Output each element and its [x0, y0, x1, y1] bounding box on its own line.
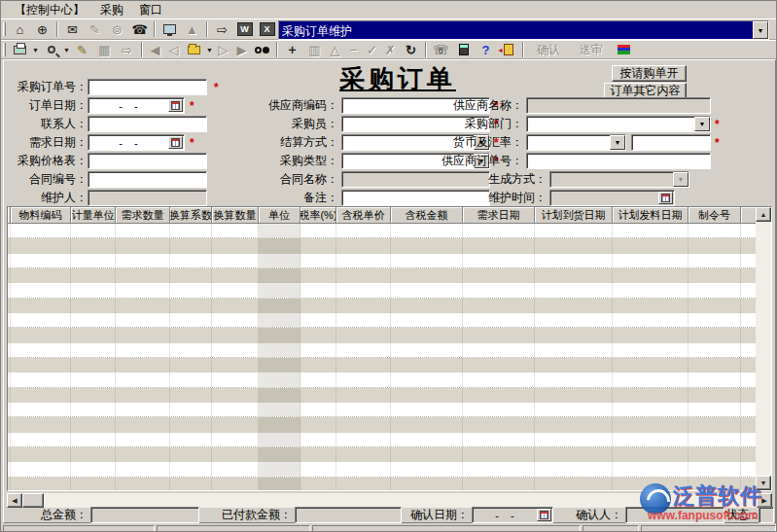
grid-cell[interactable]: [259, 283, 300, 297]
table-icon[interactable]: ▦: [93, 41, 116, 58]
grid-cell[interactable]: [391, 254, 463, 267]
grid-cell[interactable]: [613, 358, 689, 372]
grid-cell[interactable]: [11, 299, 71, 313]
grid-cell[interactable]: [170, 268, 212, 283]
grid-cell[interactable]: [300, 254, 336, 267]
grid-cell[interactable]: [71, 343, 116, 357]
add-icon[interactable]: ＋: [281, 41, 303, 58]
grid-cell[interactable]: [11, 328, 71, 342]
grid-cell[interactable]: [212, 433, 259, 446]
grid-cell[interactable]: [11, 343, 71, 357]
grid-cell[interactable]: [535, 388, 613, 403]
grid-cell[interactable]: [212, 313, 259, 327]
grid-cell[interactable]: [391, 343, 463, 357]
grid-cell[interactable]: [300, 358, 336, 372]
grid-cell[interactable]: [11, 462, 71, 476]
grid-cell[interactable]: [300, 299, 336, 313]
grid-cell[interactable]: [170, 478, 212, 491]
grid-cell[interactable]: [212, 358, 259, 372]
chevron-down-icon[interactable]: ▼: [753, 21, 768, 39]
grid-cell[interactable]: [336, 403, 391, 416]
confirm-button[interactable]: 确认: [527, 41, 570, 59]
grid-cell[interactable]: [336, 372, 391, 386]
send-review-button[interactable]: 送审: [570, 41, 613, 59]
calculator-icon[interactable]: [452, 41, 475, 58]
grid-cell[interactable]: [391, 268, 463, 283]
grid-cell[interactable]: [212, 283, 259, 297]
grid-cell[interactable]: [336, 283, 391, 297]
grid-cell[interactable]: [71, 254, 116, 267]
grid-cell[interactable]: [71, 417, 116, 432]
mail-icon[interactable]: ✉: [61, 20, 84, 38]
phone-icon[interactable]: ☎: [128, 20, 151, 38]
grid-cell[interactable]: [71, 358, 116, 372]
horizontal-scrollbar[interactable]: ◀ ▶: [7, 493, 772, 508]
grid-cell[interactable]: [300, 372, 336, 386]
grid-cell[interactable]: [689, 299, 741, 313]
grid-cell[interactable]: [613, 372, 689, 386]
grid-row[interactable]: [8, 478, 771, 491]
need-date-input[interactable]: - -: [88, 134, 185, 151]
grid-row[interactable]: [8, 238, 771, 253]
grid-cell[interactable]: [212, 254, 259, 267]
grid-cell[interactable]: [170, 224, 212, 237]
scrollbar-thumb[interactable]: [22, 493, 44, 508]
grid-cell[interactable]: [689, 283, 741, 297]
scroll-right-icon[interactable]: ▶: [757, 493, 772, 508]
grid-cell[interactable]: [170, 447, 212, 462]
computer-icon[interactable]: [159, 20, 181, 38]
copy-icon[interactable]: ▥: [303, 41, 326, 58]
grid-cell[interactable]: [613, 283, 689, 297]
toolbar-grip[interactable]: [3, 43, 6, 56]
grid-cell[interactable]: [71, 403, 116, 416]
grid-cell[interactable]: [259, 372, 300, 386]
grid-cell[interactable]: [391, 372, 463, 386]
chart-icon[interactable]: ▲: [181, 20, 203, 38]
grid-cell[interactable]: [391, 447, 463, 462]
grid-cell[interactable]: [463, 313, 535, 327]
grid-cell[interactable]: [259, 433, 300, 446]
grid-cell[interactable]: [116, 478, 170, 491]
excel-icon[interactable]: X: [256, 20, 278, 38]
grid-cell[interactable]: [116, 372, 170, 386]
grid-cell[interactable]: [535, 328, 613, 342]
grid-cell[interactable]: [613, 447, 689, 462]
grid-cell[interactable]: [11, 447, 71, 462]
console-icon[interactable]: ⌂: [9, 20, 31, 38]
grid-cell[interactable]: [391, 417, 463, 432]
grid-cell[interactable]: [259, 343, 300, 357]
sign-icon[interactable]: ✎: [84, 20, 106, 38]
grid-cell[interactable]: [463, 224, 535, 237]
grid-cell[interactable]: [535, 313, 613, 327]
next-icon[interactable]: ▷: [214, 41, 232, 58]
grid-cell[interactable]: [689, 372, 741, 386]
view-search-icon[interactable]: ⊕: [31, 20, 53, 38]
grid-cell[interactable]: [391, 299, 463, 313]
scroll-up-icon[interactable]: ▲: [756, 207, 771, 222]
grid-cell[interactable]: [71, 283, 116, 297]
ok-icon[interactable]: ✓: [363, 41, 381, 58]
grid-cell[interactable]: [613, 224, 689, 237]
grid-cell[interactable]: [613, 328, 689, 342]
grid-cell[interactable]: [11, 358, 71, 372]
supplier-po-input[interactable]: [526, 153, 711, 169]
scroll-down-icon[interactable]: ▼: [756, 476, 771, 490]
grid-cell[interactable]: [116, 313, 170, 327]
chevron-down-icon[interactable]: ▼: [694, 117, 710, 131]
grid-cell[interactable]: [212, 462, 259, 476]
chevron-down-icon[interactable]: ▼: [610, 135, 625, 150]
grid-cell[interactable]: [116, 433, 170, 446]
grid-cell[interactable]: [613, 417, 689, 432]
grid-cell[interactable]: [259, 224, 300, 237]
grid-cell[interactable]: [689, 462, 741, 476]
grid-cell[interactable]: [689, 328, 741, 342]
grid-cell[interactable]: [212, 238, 259, 253]
grid-row[interactable]: [8, 299, 771, 313]
grid-cell[interactable]: [300, 328, 336, 342]
grid-cell[interactable]: [170, 403, 212, 416]
grid-cell[interactable]: [71, 462, 116, 476]
grid-cell[interactable]: [336, 358, 391, 372]
by-requisition-button[interactable]: 按请购单开: [612, 65, 687, 82]
currency-select[interactable]: ▼: [526, 134, 626, 151]
grid-row[interactable]: [8, 254, 771, 268]
